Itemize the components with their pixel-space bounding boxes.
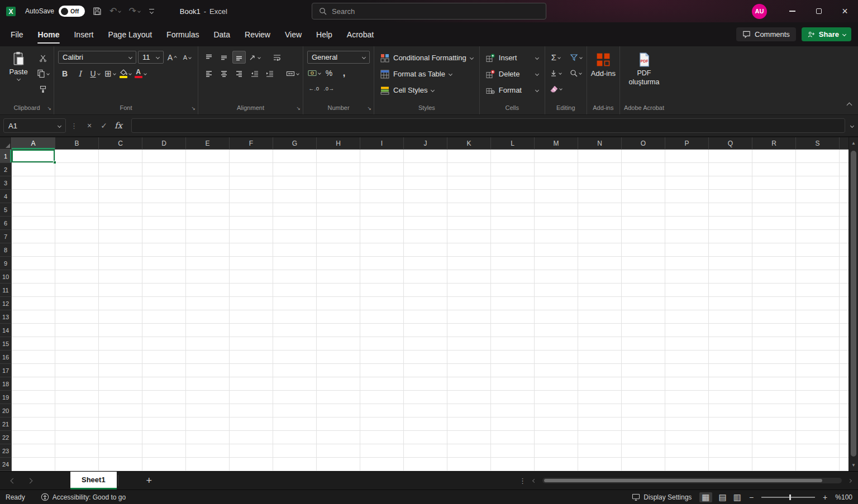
cell-A5[interactable] (12, 203, 55, 217)
cell-F4[interactable] (230, 190, 273, 203)
cell-L8[interactable] (491, 243, 535, 257)
row-header-18[interactable]: 18 (0, 377, 12, 391)
cell-O18[interactable] (622, 377, 665, 391)
cell-K9[interactable] (447, 257, 491, 270)
formula-bar-handle[interactable]: ⋮ (70, 122, 78, 130)
cell-C20[interactable] (99, 404, 142, 417)
cell-P12[interactable] (665, 297, 709, 310)
cell-G4[interactable] (273, 190, 317, 203)
cell-C15[interactable] (99, 337, 142, 351)
cell-P6[interactable] (665, 217, 709, 230)
cell-D12[interactable] (142, 297, 186, 310)
cell-G19[interactable] (273, 391, 317, 404)
cell-Q22[interactable] (709, 431, 752, 444)
row-header-15[interactable]: 15 (0, 337, 12, 351)
ribbon-tab-file[interactable]: File (3, 22, 31, 46)
increase-font-size-button[interactable]: A (165, 51, 179, 64)
cell-M14[interactable] (535, 324, 578, 337)
cell-H1[interactable] (317, 150, 360, 163)
cell-I7[interactable] (360, 230, 404, 243)
cell-Q23[interactable] (709, 444, 752, 458)
cell-L2[interactable] (491, 163, 535, 176)
comments-button[interactable]: Comments (736, 27, 796, 41)
cell-C23[interactable] (99, 444, 142, 458)
cell-G23[interactable] (273, 444, 317, 458)
cell-F12[interactable] (230, 297, 273, 310)
cell-N3[interactable] (578, 176, 622, 190)
cell-N15[interactable] (578, 337, 622, 351)
cell-I2[interactable] (360, 163, 404, 176)
cell-A7[interactable] (12, 230, 55, 243)
cell-A10[interactable] (12, 270, 55, 284)
cell-J17[interactable] (404, 364, 447, 377)
cell-N23[interactable] (578, 444, 622, 458)
cell-L18[interactable] (491, 377, 535, 391)
cell-H11[interactable] (317, 284, 360, 297)
cell-O16[interactable] (622, 351, 665, 364)
cell-L5[interactable] (491, 203, 535, 217)
cell-E10[interactable] (186, 270, 230, 284)
cell-D24[interactable] (142, 458, 186, 471)
cell-C17[interactable] (99, 364, 142, 377)
cell-H12[interactable] (317, 297, 360, 310)
cell-O8[interactable] (622, 243, 665, 257)
ribbon-tab-acrobat[interactable]: Acrobat (340, 22, 381, 46)
cell-I20[interactable] (360, 404, 404, 417)
cell-K15[interactable] (447, 337, 491, 351)
cell-O15[interactable] (622, 337, 665, 351)
scroll-up-icon[interactable]: ▲ (849, 141, 858, 146)
cell-N19[interactable] (578, 391, 622, 404)
cell-C16[interactable] (99, 351, 142, 364)
cell-N12[interactable] (578, 297, 622, 310)
cell-D18[interactable] (142, 377, 186, 391)
cell-A1[interactable] (12, 150, 55, 163)
cell-A18[interactable] (12, 377, 55, 391)
cell-L1[interactable] (491, 150, 535, 163)
align-right-button[interactable] (232, 67, 246, 80)
cell-B10[interactable] (55, 270, 99, 284)
cell-P15[interactable] (665, 337, 709, 351)
horizontal-scrollbar-thumb[interactable] (544, 479, 822, 482)
zoom-in-button[interactable]: + (823, 493, 827, 502)
cell-I11[interactable] (360, 284, 404, 297)
cell-H20[interactable] (317, 404, 360, 417)
cell-G22[interactable] (273, 431, 317, 444)
cell-B1[interactable] (55, 150, 99, 163)
cell-E12[interactable] (186, 297, 230, 310)
cell-O20[interactable] (622, 404, 665, 417)
cell-N21[interactable] (578, 417, 622, 431)
cell-L19[interactable] (491, 391, 535, 404)
cell-P9[interactable] (665, 257, 709, 270)
cell-Q15[interactable] (709, 337, 752, 351)
cell-E24[interactable] (186, 458, 230, 471)
cell-J12[interactable] (404, 297, 447, 310)
decrease-font-size-button[interactable]: A (180, 51, 194, 64)
cell-B23[interactable] (55, 444, 99, 458)
cell-F19[interactable] (230, 391, 273, 404)
cell-H19[interactable] (317, 391, 360, 404)
accounting-dropdown-icon[interactable] (318, 71, 321, 75)
cell-D20[interactable] (142, 404, 186, 417)
hscroll-right-icon[interactable] (848, 478, 852, 482)
accessibility-status[interactable]: Accessibility: Good to go (41, 493, 126, 501)
cell-I9[interactable] (360, 257, 404, 270)
row-header-10[interactable]: 10 (0, 270, 12, 284)
cell-A14[interactable] (12, 324, 55, 337)
cell-C8[interactable] (99, 243, 142, 257)
cell-K24[interactable] (447, 458, 491, 471)
cell-B22[interactable] (55, 431, 99, 444)
delete-cells-button[interactable]: Delete (484, 66, 541, 81)
cell-F5[interactable] (230, 203, 273, 217)
row-header-6[interactable]: 6 (0, 217, 12, 230)
cell-Q18[interactable] (709, 377, 752, 391)
minimize-button[interactable] (779, 0, 805, 22)
insert-function-button[interactable]: fx (111, 118, 126, 133)
cell-D5[interactable] (142, 203, 186, 217)
cell-S20[interactable] (796, 404, 840, 417)
cell-K10[interactable] (447, 270, 491, 284)
cell-P1[interactable] (665, 150, 709, 163)
align-bottom-button[interactable] (232, 51, 246, 64)
cell-A19[interactable] (12, 391, 55, 404)
orientation-button[interactable] (247, 51, 261, 64)
column-header-M[interactable]: M (535, 137, 578, 150)
